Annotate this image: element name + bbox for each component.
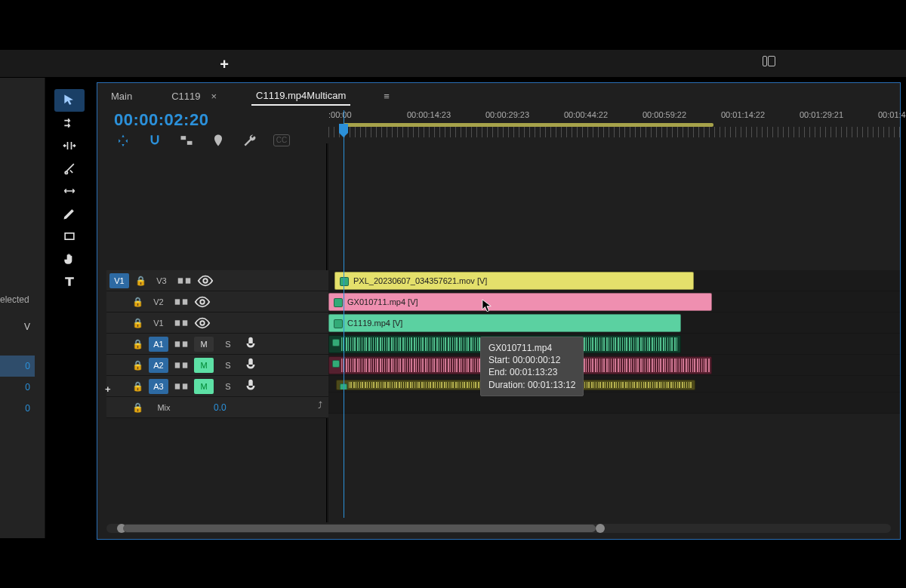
add-panel-button[interactable]: +	[214, 54, 234, 74]
left-value-row[interactable]: 0	[0, 356, 35, 377]
sync-lock-icon[interactable]	[173, 316, 190, 330]
nest-icon[interactable]	[116, 133, 131, 148]
source-patch-a1[interactable]: A1	[149, 337, 168, 352]
track-header-mix[interactable]: 🔒 Mix 0.0 ⤴	[106, 397, 328, 418]
track-header-a3[interactable]: 🔒 A3 M S	[106, 376, 328, 397]
toggle-track-output-icon[interactable]	[194, 316, 211, 330]
lock-icon[interactable]: 🔒	[131, 381, 144, 392]
track-header-v1[interactable]: 🔒 V1	[106, 312, 328, 334]
settings-wrench-icon[interactable]	[242, 133, 257, 148]
lane-a2[interactable]	[328, 355, 900, 376]
hand-tool[interactable]	[54, 248, 85, 270]
rectangle-tool[interactable]	[54, 225, 85, 248]
fx-badge-icon	[334, 319, 343, 328]
left-panel-fragment: elected V 0 0 0	[0, 78, 45, 538]
lane-a3[interactable]	[328, 376, 900, 393]
sync-lock-icon[interactable]	[173, 295, 190, 309]
scroll-thumb[interactable]	[123, 525, 596, 532]
fx-badge-icon	[332, 339, 340, 346]
marker-icon[interactable]	[211, 133, 226, 148]
lock-icon[interactable]: 🔒	[131, 339, 144, 349]
tab-c1119[interactable]: C1119	[167, 88, 205, 105]
source-patch-v1[interactable]: V1	[109, 273, 129, 288]
lock-icon[interactable]: 🔒	[134, 276, 147, 286]
sync-lock-icon[interactable]	[176, 274, 193, 288]
snap-icon[interactable]	[147, 133, 162, 148]
svg-rect-16	[175, 383, 180, 389]
timeline-panel: Main C1119 × C1119.mp4Multicam ≡ 00:00:0…	[97, 82, 901, 540]
svg-rect-10	[183, 320, 187, 325]
voiceover-mic-icon[interactable]	[242, 359, 259, 372]
ruler-tick-label: :00:00	[328, 110, 352, 119]
add-track-button[interactable]: +	[105, 383, 111, 395]
lane-v1[interactable]: C1119.mp4 [V]	[328, 312, 900, 334]
tool-palette	[54, 89, 88, 316]
voiceover-mic-icon[interactable]	[242, 380, 259, 393]
sync-lock-icon[interactable]	[173, 337, 190, 351]
tab-main[interactable]: Main	[106, 88, 137, 105]
lock-icon[interactable]: 🔒	[131, 297, 144, 307]
solo-button[interactable]: S	[218, 358, 238, 373]
svg-point-8	[200, 300, 205, 304]
left-value-row[interactable]: 0	[0, 398, 35, 419]
track-header-v2[interactable]: 🔒 V2	[106, 291, 328, 312]
clip-tooltip: GX010711.mp4 Start: 00:00:00:12 End: 00:…	[480, 337, 584, 396]
track-header-a2[interactable]: 🔒 A2 M S	[106, 355, 328, 376]
timeline-display-options: CC	[116, 133, 289, 148]
solo-button[interactable]: S	[218, 337, 238, 352]
mute-button[interactable]: M	[194, 379, 214, 394]
time-ruler[interactable]: :00:00 00:00:14:23 00:00:29:23 00:00:44:…	[328, 110, 900, 143]
zoom-handle-right[interactable]	[596, 524, 605, 533]
clip-c1119[interactable]: C1119.mp4 [V]	[328, 314, 681, 332]
clip-label: C1119.mp4 [V]	[347, 319, 402, 328]
lock-icon[interactable]: 🔒	[131, 318, 144, 328]
lane-v3[interactable]: PXL_20230607_034357621.mov [V]	[328, 270, 900, 291]
source-patch-a2[interactable]: A2	[149, 358, 168, 373]
source-patch-a3[interactable]: A3	[149, 379, 168, 394]
slip-tool[interactable]	[54, 180, 85, 202]
razor-tool[interactable]	[54, 157, 85, 180]
voiceover-mic-icon[interactable]	[242, 337, 259, 351]
tab-c1119-multicam[interactable]: C1119.mp4Multicam	[251, 87, 350, 106]
track-header-a1[interactable]: 🔒 A1 M S	[106, 334, 328, 355]
clip-pxl-mov[interactable]: PXL_20230607_034357621.mov [V]	[334, 272, 694, 290]
sync-lock-icon[interactable]	[173, 359, 190, 372]
toggle-track-output-icon[interactable]	[194, 295, 211, 309]
type-tool[interactable]	[54, 270, 85, 293]
lock-icon[interactable]: 🔒	[131, 402, 144, 413]
svg-rect-12	[175, 341, 180, 346]
left-value-row[interactable]: 0	[0, 377, 35, 398]
ruler-tick-marks	[328, 127, 900, 137]
tab-menu-icon[interactable]: ≡	[384, 91, 390, 102]
clip-lanes[interactable]: PXL_20230607_034357621.mov [V] GX010711.…	[328, 270, 900, 414]
svg-rect-6	[175, 299, 180, 304]
toggle-track-output-icon[interactable]	[197, 274, 214, 288]
timeline-horizontal-scrollbar[interactable]	[106, 524, 891, 533]
mix-output-icon[interactable]: ⤴	[318, 400, 322, 411]
sync-lock-icon[interactable]	[173, 380, 190, 393]
lane-mix[interactable]	[328, 393, 900, 414]
track-header-v3[interactable]: V1 🔒 V3	[106, 270, 328, 291]
clip-gx010711[interactable]: GX010711.mp4 [V]	[328, 293, 712, 311]
ruler-tick-label: 00:01:29:21	[800, 110, 843, 119]
linked-selection-icon[interactable]	[179, 133, 194, 148]
playhead-timecode[interactable]: 00:00:02:20	[114, 110, 208, 130]
close-tab-icon[interactable]: ×	[211, 91, 217, 102]
lock-icon[interactable]: 🔒	[131, 360, 144, 371]
mute-button[interactable]: M	[194, 358, 214, 373]
ripple-edit-tool[interactable]	[54, 134, 85, 157]
lane-a1[interactable]	[328, 334, 900, 355]
viewport-layout-button[interactable]	[763, 56, 784, 71]
track-headers: + V1 🔒 V3 🔒 V2 🔒 V1 🔒	[106, 270, 328, 418]
selection-tool[interactable]	[54, 89, 85, 112]
playhead-line[interactable]	[344, 110, 344, 518]
lane-v2[interactable]: GX010711.mp4 [V]	[328, 291, 900, 312]
track-select-forward-tool[interactable]	[54, 112, 85, 134]
captions-icon[interactable]: CC	[274, 133, 289, 148]
mix-level-value[interactable]: 0.0	[214, 402, 226, 413]
clip-label: GX010711.mp4 [V]	[347, 297, 418, 306]
svg-rect-4	[186, 278, 190, 283]
solo-button[interactable]: S	[218, 379, 238, 394]
pen-tool[interactable]	[54, 202, 85, 225]
mute-button[interactable]: M	[194, 337, 214, 352]
